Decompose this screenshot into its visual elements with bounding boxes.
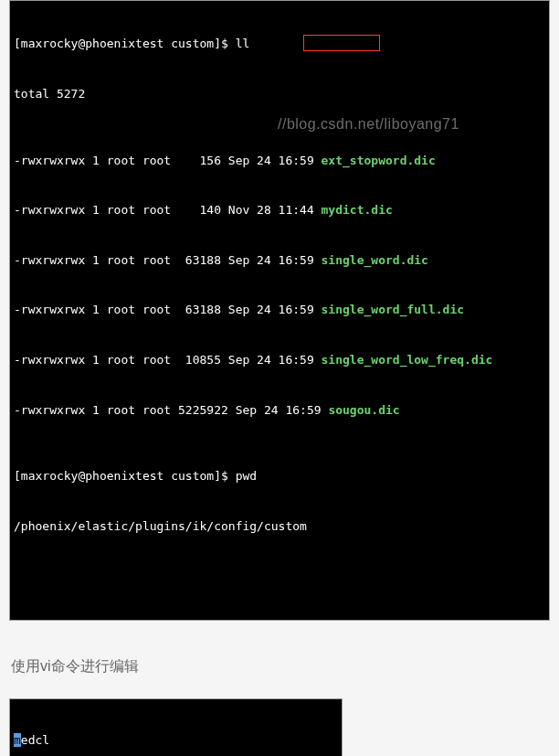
filename: sougou.dic bbox=[328, 403, 399, 417]
perm-text: -rwxrwxrwx 1 root root 10855 Sep 24 16:5… bbox=[14, 353, 322, 367]
terminal-ls-output: [maxrocky@phoenixtest custom]$ ll total … bbox=[9, 0, 550, 621]
ls-row: -rwxrwxrwx 1 root root 63188 Sep 24 16:5… bbox=[14, 252, 545, 269]
vi-editor: medcl elastic elasticsearch kogstash kib… bbox=[9, 698, 343, 756]
pwd-output: /phoenix/elastic/plugins/ik/config/custo… bbox=[14, 518, 545, 535]
ls-row: -rwxrwxrwx 1 root root 156 Sep 24 16:59 … bbox=[14, 153, 545, 169]
section-title: 使用vi命令进行编辑 bbox=[11, 657, 548, 676]
filename: single_word_low_freq.dic bbox=[322, 353, 493, 367]
watermark-csdn: //blog.csdn.net/liboyang71 bbox=[278, 114, 459, 134]
ls-row: -rwxrwxrwx 1 root root 140 Nov 28 11:44 … bbox=[14, 202, 545, 218]
ls-row: -rwxrwxrwx 1 root root 63188 Sep 24 16:5… bbox=[14, 302, 545, 318]
cmd-pwd: pwd bbox=[236, 469, 257, 483]
perm-text: -rwxrwxrwx 1 root root 5225922 Sep 24 16… bbox=[14, 403, 328, 417]
shell-prompt: [maxrocky@phoenixtest custom]$ bbox=[14, 469, 236, 483]
vi-line: medcl bbox=[14, 732, 338, 748]
perm-text: -rwxrwxrwx 1 root root 140 Nov 28 11:44 bbox=[14, 203, 322, 217]
ls-row: -rwxrwxrwx 1 root root 10855 Sep 24 16:5… bbox=[14, 352, 545, 368]
perm-text: -rwxrwxrwx 1 root root 63188 Sep 24 16:5… bbox=[14, 253, 322, 267]
filename: single_word_full.dic bbox=[322, 303, 465, 316]
vi-text: edcl bbox=[21, 733, 49, 747]
filename: single_word.dic bbox=[322, 253, 428, 267]
highlight-box-mydict bbox=[303, 35, 380, 51]
cmd-ll: ll bbox=[236, 37, 250, 50]
vi-cursor: m bbox=[14, 733, 21, 747]
filename: ext_stopword.dic bbox=[322, 154, 436, 167]
shell-prompt: [maxrocky@phoenixtest custom]$ bbox=[14, 37, 236, 50]
total-line: total 5272 bbox=[14, 86, 545, 102]
ls-row: -rwxrwxrwx 1 root root 5225922 Sep 24 16… bbox=[14, 402, 545, 419]
filename: mydict.dic bbox=[322, 203, 393, 217]
perm-text: -rwxrwxrwx 1 root root 63188 Sep 24 16:5… bbox=[14, 303, 322, 316]
perm-text: -rwxrwxrwx 1 root root 156 Sep 24 16:59 bbox=[14, 154, 322, 167]
